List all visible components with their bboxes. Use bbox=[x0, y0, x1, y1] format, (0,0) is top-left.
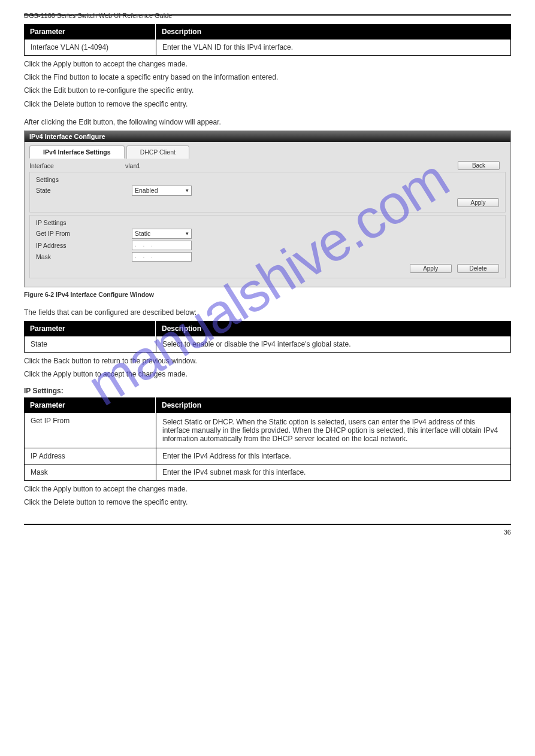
tab-ipv4-interface-settings[interactable]: IPv4 Interface Settings bbox=[29, 145, 125, 159]
back-button[interactable]: Back bbox=[458, 161, 500, 170]
table3-h2: Description bbox=[156, 397, 511, 413]
tab-dhcp-client[interactable]: DHCP Client bbox=[126, 145, 189, 159]
header-left: DGS-1100 Series Switch Web UI Reference … bbox=[24, 12, 172, 19]
settings-group: Settings State Enabled ▾ Apply bbox=[29, 172, 506, 212]
tabs: IPv4 Interface Settings DHCP Client bbox=[29, 145, 506, 159]
table3-row3-desc: Enter the IPv4 subnet mask for this inte… bbox=[156, 464, 510, 480]
ip-settings-title: IP Settings bbox=[36, 219, 499, 226]
table3-h1: Parameter bbox=[24, 397, 156, 413]
apply-button[interactable]: Apply bbox=[457, 198, 499, 207]
get-ip-from-value: Static bbox=[135, 230, 150, 237]
table1-h1: Parameter bbox=[24, 24, 156, 40]
state-label: State bbox=[36, 187, 132, 194]
mask-label: Mask bbox=[36, 253, 132, 260]
ip-address-field[interactable]: . . . bbox=[132, 241, 192, 250]
state-select[interactable]: Enabled ▾ bbox=[132, 186, 192, 196]
table1-h2: Description bbox=[156, 24, 511, 40]
screenshot-panel: IPv4 Interface Configure IPv4 Interface … bbox=[24, 130, 511, 287]
table-row: State Select to enable or disable the IP… bbox=[24, 336, 511, 353]
para: After clicking the Edit button, the foll… bbox=[24, 117, 511, 127]
para: Click the Delete button to remove the sp… bbox=[24, 99, 511, 109]
table3-row1-desc1: Select Static or DHCP. When the Static o… bbox=[162, 418, 504, 443]
figure-caption: Figure 6-2 IPv4 Interface Configure Wind… bbox=[24, 291, 511, 298]
table2-row1-desc: Select to enable or disable the IPv4 int… bbox=[156, 336, 510, 352]
table1-header: Parameter Description bbox=[24, 24, 511, 40]
para: Click the Edit button to re-configure th… bbox=[24, 86, 511, 95]
table2-h1: Parameter bbox=[24, 321, 156, 336]
para: Click the Find button to locate a specif… bbox=[24, 72, 511, 82]
para: Click the Apply button to accept the cha… bbox=[24, 369, 511, 379]
delete-button[interactable]: Delete bbox=[457, 264, 499, 273]
page-footer: 36 bbox=[24, 524, 511, 536]
settings-title: Settings bbox=[36, 176, 499, 183]
table3-row3-name: Mask bbox=[25, 464, 156, 480]
page-number: 36 bbox=[504, 529, 511, 536]
interface-value: vlan1 bbox=[125, 162, 140, 169]
table2-header: Parameter Description bbox=[24, 321, 511, 336]
panel-title: IPv4 Interface Configure bbox=[25, 131, 510, 142]
interface-label: Interface bbox=[29, 162, 125, 169]
table-row: Interface VLAN (1-4094) Enter the VLAN I… bbox=[24, 40, 511, 56]
state-select-value: Enabled bbox=[135, 187, 158, 194]
ip-settings-group: IP Settings Get IP From Static ▾ IP Addr… bbox=[29, 215, 506, 278]
para: Click the Apply button to accept the cha… bbox=[24, 484, 511, 494]
table-row: Get IP From Select Static or DHCP. When … bbox=[24, 413, 511, 448]
chevron-down-icon: ▾ bbox=[186, 187, 189, 193]
para: The fields that can be configured are de… bbox=[24, 308, 511, 317]
table3-row1-name: Get IP From bbox=[25, 413, 156, 448]
table-row: IP Address Enter the IPv4 Address for th… bbox=[24, 448, 511, 464]
para: Click the Apply button to accept the cha… bbox=[24, 59, 511, 69]
table3-row2-name: IP Address bbox=[25, 448, 156, 464]
apply-button[interactable]: Apply bbox=[410, 264, 452, 273]
page-header: DGS-1100 Series Switch Web UI Reference … bbox=[24, 12, 511, 16]
mask-field[interactable]: . . . bbox=[132, 252, 192, 262]
get-ip-from-label: Get IP From bbox=[36, 230, 132, 237]
table3-row2-desc: Enter the IPv4 Address for this interfac… bbox=[156, 448, 510, 464]
table2-row1-name: State bbox=[25, 336, 156, 352]
table-row: Mask Enter the IPv4 subnet mask for this… bbox=[24, 464, 511, 481]
get-ip-from-select[interactable]: Static ▾ bbox=[132, 229, 192, 239]
ip-address-label: IP Address bbox=[36, 242, 132, 249]
chevron-down-icon: ▾ bbox=[186, 230, 189, 236]
para: Click the Back button to return to the p… bbox=[24, 356, 511, 366]
ip-settings-section-label: IP Settings: bbox=[24, 387, 511, 395]
table1-row1-desc: Enter the VLAN ID for this IPv4 interfac… bbox=[156, 40, 510, 55]
table2-h2: Description bbox=[156, 321, 511, 336]
para: Click the Delete button to remove the sp… bbox=[24, 497, 511, 507]
table1-row1-name: Interface VLAN (1-4094) bbox=[25, 40, 156, 55]
table3-header: Parameter Description bbox=[24, 397, 511, 413]
